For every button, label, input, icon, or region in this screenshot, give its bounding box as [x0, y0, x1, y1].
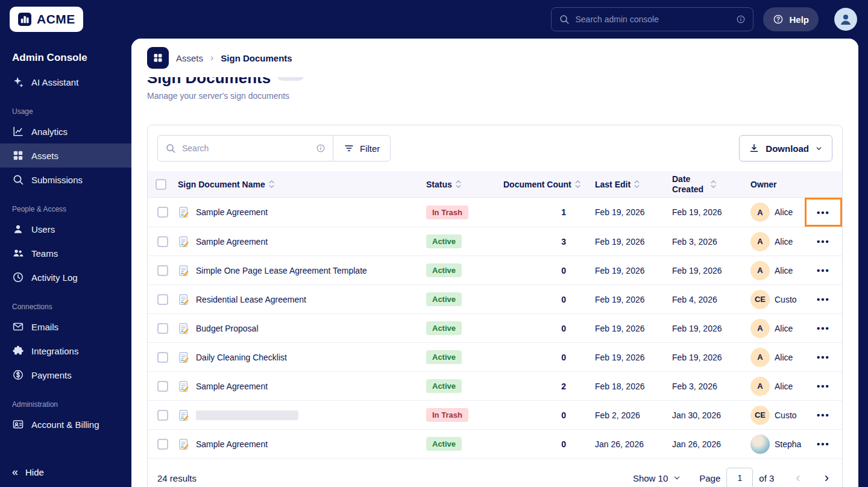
row-actions-button[interactable]: ••• [813, 290, 834, 309]
sidebar-item-users[interactable]: Users [0, 217, 131, 241]
document-count: 0 [503, 410, 595, 420]
breadcrumb-assets-link[interactable]: Assets [176, 53, 203, 63]
table-row: Budget ProposalActive0Feb 19, 2026Feb 19… [148, 313, 842, 342]
owner-cell: CECusto [750, 406, 805, 425]
row-checkbox[interactable] [157, 265, 168, 276]
document-name[interactable]: Sample Agreement [196, 439, 268, 449]
prev-page-button[interactable]: ‹ [792, 470, 804, 486]
owner-cell: AAlice [750, 377, 805, 396]
account-billing-icon [12, 418, 24, 430]
hide-sidebar-button[interactable]: « Hide [0, 460, 131, 483]
sort-icon[interactable] [268, 179, 275, 189]
payments-icon [12, 369, 24, 381]
table-search-input[interactable] [182, 143, 310, 153]
document-name[interactable]: Sample Agreement [196, 237, 268, 247]
sidebar-item-teams[interactable]: Teams [0, 241, 131, 265]
row-actions-button[interactable]: ••• [813, 232, 834, 251]
row-checkbox[interactable] [157, 352, 168, 363]
sidebar-item-emails[interactable]: Emails [0, 315, 131, 339]
row-actions-button[interactable]: ••• [813, 203, 834, 222]
sort-icon[interactable] [710, 179, 717, 189]
row-checkbox[interactable] [157, 439, 168, 450]
document-name[interactable]: Simple One Page Lease Agreement Template [196, 266, 367, 275]
row-checkbox[interactable] [157, 323, 168, 334]
row-actions-button[interactable]: ••• [813, 261, 834, 280]
breadcrumb-current: Sign Documents [221, 53, 292, 63]
status-badge: In Trash [426, 206, 468, 219]
document-name[interactable]: Sample Agreement [196, 382, 268, 391]
row-checkbox[interactable] [157, 294, 168, 305]
sidebar-item-integrations[interactable]: Integrations [0, 339, 131, 363]
row-actions-button[interactable]: ••• [813, 348, 834, 366]
next-page-button[interactable]: › [821, 470, 832, 486]
sidebar-item-payments[interactable]: Payments [0, 363, 131, 387]
column-header-owner: Owner [750, 180, 777, 189]
sidebar-section-heading: Usage [0, 94, 131, 119]
help-button[interactable]: Help [763, 7, 819, 31]
search-icon [165, 143, 176, 154]
row-checkbox[interactable] [157, 207, 168, 218]
table-toolbar: Filter Download [148, 125, 842, 171]
admin-search-input[interactable] [575, 14, 731, 24]
select-all-checkbox[interactable] [156, 179, 166, 190]
sort-icon[interactable] [574, 179, 581, 189]
table-row: Sample AgreementActive2Feb 18, 2026Feb 3… [148, 371, 842, 400]
document-name-cell: Sample Agreement [178, 236, 426, 248]
sidebar-item-label: Analytics [31, 127, 68, 137]
document-count: 1 [503, 207, 595, 217]
column-header-document-count: Document Count [503, 180, 571, 189]
sign-document-icon [178, 206, 190, 218]
table-search[interactable] [157, 135, 333, 162]
assets-breadcrumb-icon-box [147, 47, 169, 69]
document-name[interactable]: Daily Cleaning Checklist [196, 353, 287, 362]
status-badge: Active [426, 292, 462, 306]
topbar: ACME Help [0, 0, 868, 39]
sidebar-item-assets[interactable]: Assets [0, 143, 131, 168]
document-name[interactable]: Budget Proposal [196, 324, 259, 333]
page-input[interactable] [726, 468, 753, 487]
table-row: Sample AgreementActive0Jan 26, 2026Jan 2… [148, 429, 842, 458]
status-cell: Active [426, 321, 503, 335]
filter-icon [344, 143, 354, 154]
info-icon [736, 14, 746, 24]
status-cell: In Trash [426, 408, 503, 422]
page-total: of 3 [759, 473, 774, 483]
sign-document-icon [178, 438, 190, 450]
download-label: Download [766, 143, 809, 154]
owner-name: Stepha [775, 439, 801, 449]
sort-icon[interactable] [634, 179, 640, 189]
download-button[interactable]: Download [739, 135, 832, 162]
sort-icon[interactable] [455, 179, 462, 189]
logo-text: ACME [37, 12, 75, 27]
row-checkbox[interactable] [157, 381, 168, 392]
page-size-select[interactable]: Show 10 [633, 473, 681, 483]
document-count: 0 [503, 353, 595, 362]
row-actions-cell: ••• [805, 430, 842, 458]
owner-avatar: A [750, 232, 770, 251]
filter-button[interactable]: Filter [333, 135, 391, 162]
sidebar-section-heading: Connections [0, 289, 131, 315]
column-header-last-edit: Last Edit [595, 180, 631, 189]
row-checkbox[interactable] [157, 410, 168, 421]
row-actions-button[interactable]: ••• [813, 406, 834, 424]
document-name[interactable]: Residential Lease Agreement [196, 295, 306, 304]
sign-document-icon [178, 265, 190, 277]
row-checkbox[interactable] [157, 236, 168, 247]
sidebar-item-analytics[interactable]: Analytics [0, 119, 131, 143]
user-avatar[interactable] [834, 8, 857, 31]
document-name[interactable]: Sample Agreement [196, 207, 268, 217]
redacted-name [196, 410, 298, 420]
sidebar-item-activity-log[interactable]: Activity Log [0, 265, 131, 289]
admin-search[interactable] [551, 7, 753, 31]
row-actions-button[interactable]: ••• [813, 377, 834, 395]
document-name-cell: Residential Lease Agreement [178, 294, 426, 306]
sidebar-item-submissions[interactable]: Submissions [0, 168, 131, 192]
sidebar-item-account-billing[interactable]: Account & Billing [0, 412, 131, 436]
sparkle-icon [12, 76, 24, 88]
status-cell: Active [426, 292, 503, 306]
sidebar-item-ai-assistant[interactable]: AI Assistant [0, 70, 131, 94]
row-actions-button[interactable]: ••• [813, 319, 834, 338]
row-actions-button[interactable]: ••• [813, 435, 834, 453]
acme-logo[interactable]: ACME [10, 7, 83, 32]
status-badge: Active [426, 350, 462, 364]
